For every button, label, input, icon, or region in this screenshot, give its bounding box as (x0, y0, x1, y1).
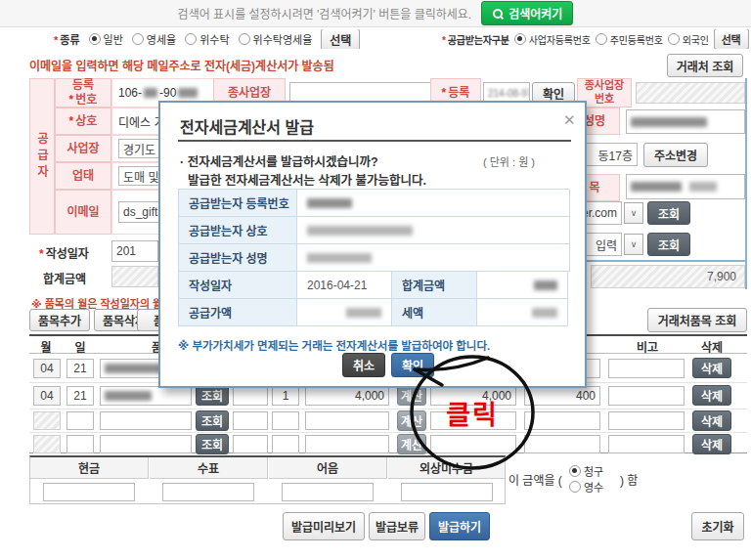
supplier-workplace-label: 사업장 (55, 135, 111, 162)
email-domain-dropdown[interactable] (624, 202, 643, 224)
radio-icon (239, 33, 250, 45)
item3-lookup-button[interactable]: 조회 (196, 410, 229, 431)
issue-button[interactable]: 발급하기 (429, 512, 490, 540)
radio-kind-normal[interactable]: 일반 (89, 31, 123, 47)
doc-date-label: *작성일자 (39, 244, 89, 261)
item2-qty-input[interactable]: 1 (272, 386, 299, 406)
recipient-select-button[interactable]: 선택 (714, 29, 749, 49)
issue-preview-button[interactable]: 발급미리보기 (283, 512, 365, 540)
recipient-item-value (626, 174, 745, 199)
item3-delete-button[interactable]: 삭제 (692, 410, 731, 431)
radio-icon (668, 33, 680, 45)
address-change-button[interactable]: 주소변경 (643, 143, 708, 167)
item4-price-input[interactable] (305, 435, 389, 453)
redacted-value (178, 88, 198, 98)
modal-title-divider (178, 140, 571, 142)
item3-supply-input[interactable] (430, 411, 516, 430)
radio-kind-zero-rate[interactable]: 영세율 (132, 31, 176, 47)
radio-icon (569, 465, 581, 477)
payment-bill-input[interactable] (282, 483, 374, 501)
item1-month[interactable]: 04 (33, 359, 61, 378)
item3-month-readonly (33, 411, 61, 430)
item2-spec-input[interactable] (233, 386, 268, 406)
item2-day[interactable]: 21 (66, 386, 94, 406)
item3-note-input[interactable] (608, 411, 685, 430)
email-lookup-button[interactable]: 조회 (647, 201, 690, 225)
redacted-value (144, 88, 157, 98)
modal-confirm-button[interactable]: 확인 (391, 353, 434, 377)
item-add-button[interactable]: 품목추가 (29, 309, 90, 331)
item2-tax-input[interactable]: 400 (524, 386, 600, 406)
radio-icon (569, 481, 581, 493)
item1-day[interactable]: 21 (66, 359, 94, 378)
invoice-page: 검색어 표시를 설정하시려면 '검색어켜기' 버튼을 클릭하세요. 검색어켜기 … (0, 0, 751, 560)
topbar: 검색어 표시를 설정하시려면 '검색어켜기' 버튼을 클릭하세요. 검색어켜기 (0, 0, 751, 27)
redacted-value (532, 308, 557, 318)
item2-calc-button[interactable]: 계산 (397, 385, 426, 406)
radio-claim[interactable]: 청구 (569, 463, 603, 479)
email-direct-dropdown[interactable] (624, 234, 643, 255)
radio-recipient-business[interactable]: 사업자등록번호 (514, 32, 591, 47)
radio-icon (89, 33, 101, 45)
issue-hold-button[interactable]: 발급보류 (369, 512, 425, 540)
header-day: 일 (63, 338, 98, 355)
radio-recipient-foreigner[interactable]: 외국인 (668, 32, 709, 47)
radio-recipient-resident[interactable]: 주민등록번호 (596, 32, 663, 47)
item3-tax-input[interactable] (524, 411, 600, 430)
item4-supply-input[interactable] (430, 435, 516, 453)
item1-delete-button[interactable]: 삭제 (692, 358, 731, 378)
item2-month[interactable]: 04 (33, 386, 61, 406)
recipient-name-value (626, 109, 745, 134)
radio-kind-consign[interactable]: 위수탁 (185, 31, 229, 47)
item2-name-input[interactable] (100, 386, 192, 406)
item4-tax-input[interactable] (524, 435, 600, 453)
item4-delete-button[interactable]: 삭제 (692, 434, 731, 454)
email-lookup-button-2[interactable]: 조회 (647, 233, 690, 256)
radio-receipt[interactable]: 영수 (569, 479, 603, 495)
close-icon[interactable] (563, 112, 576, 127)
item3-calc-button[interactable]: 계산 (397, 410, 426, 431)
item4-month-readonly (33, 435, 61, 453)
item3-qty-input[interactable] (272, 411, 299, 430)
modal-question: · 전자세금계산서를 발급하시겠습니까? (180, 151, 378, 170)
supplier-email-label: 이메일 (55, 190, 111, 235)
form-border-line (587, 260, 747, 262)
item4-lookup-button[interactable]: 조회 (196, 434, 229, 454)
item4-name-input[interactable] (100, 435, 192, 453)
item2-price-input[interactable]: 4,000 (305, 386, 389, 406)
doc-total-readonly-value: 7,900 (591, 265, 745, 288)
item4-qty-input[interactable] (272, 435, 299, 453)
item4-note-input[interactable] (608, 435, 685, 453)
row-divider (29, 409, 747, 409)
modal-cancel-button[interactable]: 취소 (342, 353, 385, 377)
item2-lookup-button[interactable]: 조회 (196, 385, 229, 406)
payment-check-input[interactable] (162, 483, 254, 501)
item4-day[interactable] (66, 435, 94, 453)
item4-calc-button[interactable]: 계산 (397, 434, 426, 454)
partner-lookup-button[interactable]: 거래처 조회 (667, 54, 743, 77)
supplier-biztype-label: 업태 (55, 162, 111, 190)
item4-spec-input[interactable] (233, 435, 268, 453)
recipient-type-label: *공급받는자구분 (442, 32, 509, 47)
item2-note-input[interactable] (608, 386, 685, 406)
payment-credit-input[interactable] (401, 483, 493, 501)
search-keyword-toggle-button[interactable]: 검색어켜기 (481, 1, 573, 25)
doc-total-label: 합계금액 (43, 270, 86, 286)
amount-suffix: ) 함 (620, 471, 638, 488)
item1-note-input[interactable] (608, 359, 685, 378)
item2-supply-input[interactable]: 4,000 (430, 386, 516, 406)
payment-cash-input[interactable] (43, 483, 135, 501)
item3-name-input[interactable] (100, 411, 192, 430)
radio-icon (132, 33, 144, 45)
item3-spec-input[interactable] (233, 411, 268, 430)
item3-price-input[interactable] (305, 411, 389, 430)
partner-item-lookup-button[interactable]: 거래처품목 조회 (647, 308, 747, 332)
item3-day[interactable] (66, 411, 94, 430)
reset-button[interactable]: 초기화 (691, 512, 744, 540)
doc-date-input[interactable]: 201 (111, 240, 158, 262)
search-icon (492, 8, 504, 20)
item2-delete-button[interactable]: 삭제 (692, 385, 731, 406)
kind-select-button[interactable]: 선택 (321, 29, 360, 49)
supplier-group-label: 공급자 (29, 78, 55, 235)
radio-kind-consign-zero[interactable]: 위수탁영세율 (239, 31, 313, 47)
